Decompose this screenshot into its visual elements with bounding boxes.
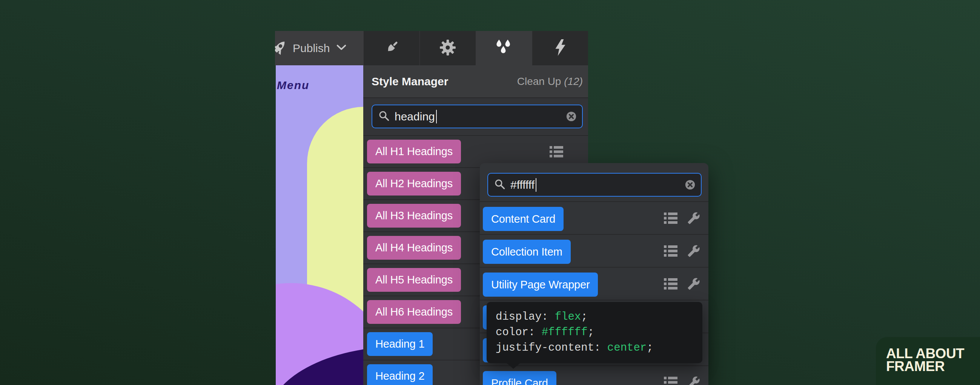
top-bar: Publish — [275, 31, 588, 65]
all-about-framer-logo: ALL ABOUT FRAMER — [876, 337, 980, 385]
style-search-section: heading — [363, 98, 588, 136]
style-tag[interactable]: All H5 Headings — [367, 268, 461, 292]
wrench-icon[interactable] — [687, 212, 700, 225]
text-caret — [436, 110, 437, 123]
wrench-icon[interactable] — [687, 244, 700, 257]
search-icon — [494, 179, 506, 192]
search-value: heading — [395, 110, 435, 123]
style-tag[interactable]: All H3 Headings — [367, 204, 461, 228]
panel-title: Style Manager — [372, 75, 448, 88]
canvas-menu-link[interactable]: Menu — [277, 79, 309, 92]
css-preview-tooltip: display: flex; color: #ffffff; justify-c… — [487, 302, 702, 363]
clear-search-button[interactable] — [565, 110, 578, 123]
class-tag[interactable]: Collection Item — [483, 240, 571, 264]
publish-label: Publish — [293, 42, 330, 55]
chevron-down-icon — [336, 45, 346, 52]
style-tag[interactable]: All H4 Headings — [367, 236, 461, 260]
style-tag[interactable]: Heading 2 — [367, 364, 433, 385]
result-row: Utility Page Wrapper — [480, 268, 708, 300]
overlay-search-input[interactable]: #ffffff — [487, 173, 702, 196]
gear-icon — [439, 39, 456, 58]
style-manager-header: Style Manager Clean Up (12) — [363, 65, 588, 98]
details-icon[interactable] — [664, 212, 678, 224]
search-results-overlay: #ffffff Content Card Collection Item Uti… — [480, 163, 708, 385]
css-declaration: color: #ffffff; — [496, 324, 702, 340]
lightning-icon — [554, 39, 566, 58]
clean-up-button[interactable]: Clean Up (12) — [517, 75, 583, 88]
result-row: Content Card — [480, 202, 708, 235]
logo-line-1: ALL ABOUT — [886, 347, 980, 360]
rocket-icon — [275, 38, 288, 58]
wrench-icon[interactable] — [687, 376, 700, 385]
search-icon — [379, 110, 390, 123]
wrench-icon[interactable] — [687, 278, 700, 290]
style-tag[interactable]: All H6 Headings — [367, 300, 461, 324]
class-tag[interactable]: Utility Page Wrapper — [483, 273, 598, 297]
site-preview-canvas: Menu — [276, 65, 363, 385]
text-caret — [536, 178, 536, 192]
style-search-input[interactable]: heading — [372, 105, 583, 128]
details-icon[interactable] — [664, 245, 678, 257]
result-row: Profile Card — [480, 366, 708, 385]
tab-style-manager[interactable] — [476, 31, 532, 65]
droplets-icon — [495, 40, 512, 57]
details-icon[interactable] — [664, 278, 678, 289]
style-tag[interactable]: Heading 1 — [367, 332, 433, 356]
css-declaration: display: flex; — [496, 309, 702, 324]
logo-line-2: FRAMER — [886, 360, 980, 373]
paintbrush-icon — [383, 40, 399, 57]
search-value: #ffffff — [511, 179, 535, 192]
tab-interactions[interactable] — [532, 31, 588, 65]
clean-up-count: (12) — [564, 75, 583, 87]
result-row: Collection Item — [480, 235, 708, 268]
tab-style-painter[interactable] — [363, 31, 420, 65]
style-details-icon[interactable] — [550, 146, 563, 157]
style-tag[interactable]: All H1 Headings — [367, 140, 461, 163]
class-tag[interactable]: Profile Card — [483, 371, 557, 385]
tab-settings[interactable] — [420, 31, 476, 65]
details-icon[interactable] — [664, 377, 678, 385]
overlay-search-section: #ffffff — [480, 163, 708, 202]
style-tag[interactable]: All H2 Headings — [367, 172, 461, 195]
clear-search-button[interactable] — [684, 179, 696, 191]
publish-button[interactable]: Publish — [275, 31, 363, 65]
class-tag[interactable]: Content Card — [483, 207, 563, 231]
css-declaration: justify-content: center; — [496, 340, 702, 356]
